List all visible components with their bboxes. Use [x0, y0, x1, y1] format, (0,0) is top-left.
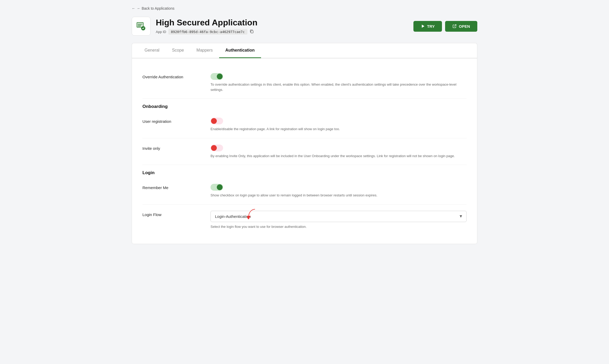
login-flow-description: Select the login flow you want to use fo…: [211, 224, 467, 229]
user-registration-toggle-track: [211, 118, 223, 124]
override-auth-row: Override Authentication To override auth…: [142, 67, 467, 99]
login-flow-control: Login-Authentication Direct Grant Client…: [211, 211, 467, 229]
remember-me-label: Remember Me: [142, 184, 200, 190]
app-icon-svg: [135, 20, 147, 32]
invite-only-row: Invite only By enabling Invite Only, thi…: [142, 138, 467, 165]
svg-rect-6: [251, 31, 253, 33]
app-id-row: App ID 8920ffb6-895d-46fa-9cbc-a462977ca…: [156, 29, 257, 35]
svg-line-8: [454, 25, 456, 26]
remember-me-toggle-wrap: [211, 184, 467, 191]
login-heading: Login: [142, 165, 467, 178]
onboarding-heading: Onboarding: [142, 99, 467, 111]
override-auth-label: Override Authentication: [142, 73, 200, 79]
app-header-left: High Secured Application App ID 8920ffb6…: [132, 17, 257, 36]
user-registration-toggle[interactable]: [211, 118, 223, 124]
user-registration-row: User registration Enable/disable the reg…: [142, 111, 467, 138]
invite-only-control: By enabling Invite Only, this applicatio…: [211, 145, 467, 159]
login-flow-dropdown-wrap: Login-Authentication Direct Grant Client…: [211, 211, 467, 222]
invite-only-toggle-track: [211, 145, 223, 151]
invite-only-toggle[interactable]: [211, 145, 223, 151]
back-link[interactable]: ← ← Back to Applications: [132, 6, 174, 10]
app-header: High Secured Application App ID 8920ffb6…: [132, 17, 477, 36]
copy-icon[interactable]: [250, 29, 254, 34]
remember-me-toggle-track: [211, 184, 223, 191]
tab-scope[interactable]: Scope: [166, 43, 190, 58]
login-flow-label: Login Flow: [142, 211, 200, 217]
remember-me-row: Remember Me Show checkbox on login page …: [142, 178, 467, 205]
header-actions: TRY OPEN: [413, 21, 477, 32]
override-auth-toggle-thumb: [217, 74, 223, 79]
try-button[interactable]: TRY: [413, 21, 442, 32]
login-flow-row: Login Flow Login-Authentication Direct G…: [142, 205, 467, 236]
play-icon: [421, 24, 425, 28]
override-auth-toggle[interactable]: [211, 73, 223, 80]
app-title-area: High Secured Application App ID 8920ffb6…: [156, 18, 257, 35]
back-link-label: ← Back to Applications: [137, 6, 174, 10]
tabs: General Scope Mappers Authentication: [132, 43, 477, 58]
app-title: High Secured Application: [156, 18, 257, 27]
override-auth-control: To override authentication settings in t…: [211, 73, 467, 92]
app-id-value: 8920ffb6-895d-46fa-9cbc-a462977cae7c: [168, 29, 247, 35]
override-auth-toggle-wrap: [211, 73, 467, 80]
remember-me-toggle-thumb: [217, 184, 223, 190]
override-auth-toggle-track: [211, 73, 223, 80]
user-registration-control: Enable/disable the registration page. A …: [211, 118, 467, 132]
tabs-container: General Scope Mappers Authentication: [132, 43, 477, 58]
app-id-label: App ID: [156, 30, 166, 34]
login-flow-select[interactable]: Login-Authentication Direct Grant Client…: [211, 211, 467, 222]
user-registration-toggle-wrap: [211, 118, 467, 124]
app-icon: [132, 17, 151, 36]
remember-me-control: Show checkbox on login page to allow use…: [211, 184, 467, 198]
invite-only-toggle-thumb: [211, 145, 217, 151]
back-arrow-icon: ←: [132, 6, 135, 10]
invite-only-label: Invite only: [142, 145, 200, 151]
user-registration-label: User registration: [142, 118, 200, 124]
svg-marker-7: [422, 25, 424, 28]
remember-me-description: Show checkbox on login page to allow use…: [211, 193, 467, 198]
user-registration-description: Enable/disable the registration page. A …: [211, 126, 467, 132]
tab-mappers[interactable]: Mappers: [190, 43, 219, 58]
override-auth-description: To override authentication settings in t…: [211, 82, 467, 92]
external-link-icon: [452, 24, 457, 28]
content-card: Override Authentication To override auth…: [132, 58, 477, 244]
remember-me-toggle[interactable]: [211, 184, 223, 191]
invite-only-description: By enabling Invite Only, this applicatio…: [211, 153, 467, 159]
invite-only-toggle-wrap: [211, 145, 467, 151]
user-registration-toggle-thumb: [211, 118, 217, 124]
open-button[interactable]: OPEN: [445, 21, 477, 32]
tab-authentication[interactable]: Authentication: [219, 43, 261, 58]
tab-general[interactable]: General: [138, 43, 166, 58]
